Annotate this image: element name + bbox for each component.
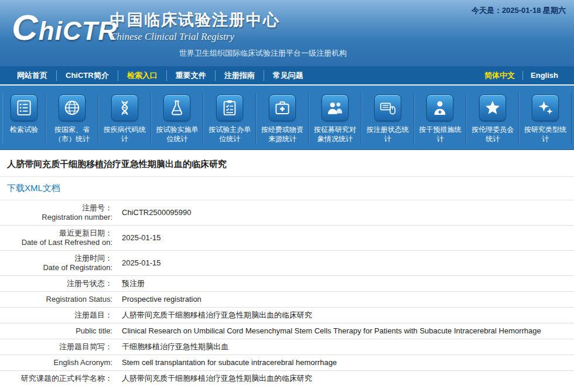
- row-label: 最近更新日期： Date of Last Refreshed on:: [0, 226, 117, 251]
- toolbar-item-label: 按干预措施统计: [416, 125, 464, 144]
- row-value: 人脐带间充质干细胞移植治疗亚急性期脑出血的临床研究: [117, 308, 574, 323]
- toolbar-item-stats-by-disease-code[interactable]: 按疾病代码统计: [98, 93, 151, 144]
- download-xml-link[interactable]: 下载XML文档: [7, 183, 60, 193]
- toolbar-item-stats-by-ethics-committee[interactable]: 按伦理委员会统计: [466, 93, 519, 144]
- logo-text: ChiCTR: [12, 9, 117, 46]
- site-titles: 中国临床试验注册中心 Chinese Clinical Trial Regist…: [110, 9, 347, 59]
- date-display: 今天是：2025-01-18 星期六: [472, 5, 566, 16]
- row-label-cn: 最近更新日期：: [5, 229, 112, 238]
- flask-icon: [163, 94, 190, 121]
- medical-kit-icon: [269, 94, 296, 121]
- toolbar-item-label: 按研究类型统计: [521, 125, 569, 144]
- nav-item-search-entry[interactable]: 检索入口: [118, 70, 166, 81]
- toolbar-item-label: 按疾病代码统计: [101, 125, 149, 144]
- dna-icon: [111, 94, 138, 121]
- toolbar-item-stats-by-funding-source[interactable]: 按经费或物资来源统计: [256, 93, 309, 144]
- lang-simplified-chinese[interactable]: 简体中文: [477, 70, 522, 81]
- toolbar-item-stats-by-region[interactable]: 按国家、省（市）统计: [46, 93, 98, 144]
- row-label: Public title:: [0, 323, 117, 339]
- table-row-registration-status-en: Registration Status: Prospective registr…: [0, 292, 574, 308]
- row-value: ChiCTR2500095990: [117, 200, 574, 226]
- toolbar-item-stats-by-sponsor-unit[interactable]: 按试验主办单位统计: [203, 93, 256, 144]
- toolbar-item-label: 按注册状态统计: [364, 125, 412, 144]
- table-row-registration-status-cn: 注册号状态： 预注册: [0, 276, 574, 292]
- row-value: Stem cell transplantation for subacute i…: [117, 355, 574, 371]
- row-label-en: Date of Registration:: [5, 263, 112, 272]
- toolbar-item-stats-by-recruitment-status[interactable]: 按征募研究对象情况统计: [309, 93, 361, 144]
- row-label: 注册时间： Date of Registration:: [0, 251, 117, 276]
- row-value: 人脐带间充质干细胞移植治疗亚急性期脑出血的临床研究: [117, 371, 574, 387]
- table-row-date-of-registration: 注册时间： Date of Registration: 2025-01-15: [0, 251, 574, 276]
- lang-english[interactable]: English: [522, 71, 566, 80]
- numbered-list-icon: [11, 94, 37, 121]
- row-label: 注册题目：: [0, 308, 117, 323]
- row-label-en: Date of Last Refreshed on:: [5, 238, 112, 247]
- table-row-acronym-cn: 注册题目简写： 干细胞移植治疗亚急性期脑出血: [0, 339, 574, 355]
- row-label: 注册号： Registration number:: [0, 200, 117, 226]
- table-row-public-title-en: Public title: Clinical Research on Umbil…: [0, 323, 574, 339]
- toolbar-item-label: 检索试验: [10, 125, 38, 134]
- clipboard-check-icon: [216, 94, 243, 121]
- toolbar-item-label: 按试验实施单位统计: [153, 125, 201, 144]
- table-row-acronym-en: English Acronym: Stem cell transplantati…: [0, 355, 574, 371]
- table-row-scientific-title-cn: 研究课题的正式科学名称： 人脐带间充质干细胞移植治疗亚急性期脑出血的临床研究: [0, 371, 574, 387]
- nav-item-registration-guide[interactable]: 注册指南: [215, 70, 264, 81]
- page-title: 人脐带间充质干细胞移植治疗亚急性期脑出血的临床研究: [0, 150, 574, 177]
- toolbar-item-label: 按征募研究对象情况统计: [311, 125, 359, 144]
- site-subtitle: 世界卫生组织国际临床试验注册平台一级注册机构: [110, 48, 347, 59]
- row-value: Prospective registration: [117, 292, 574, 308]
- globe-icon: [59, 94, 86, 121]
- registration-info-table: 注册号： Registration number: ChiCTR25000959…: [0, 200, 574, 386]
- table-row-public-title-cn: 注册题目： 人脐带间充质干细胞移植治疗亚急性期脑出血的临床研究: [0, 308, 574, 323]
- sparkles-icon: [532, 94, 559, 121]
- row-value: 预注册: [117, 276, 574, 292]
- row-label-en: Registration number:: [5, 213, 112, 222]
- chictr-logo[interactable]: ChiCTR: [12, 9, 117, 46]
- row-label: 注册号状态：: [0, 276, 117, 292]
- doctor-icon: [426, 94, 453, 121]
- row-label: English Acronym:: [0, 355, 117, 371]
- row-value: 2025-01-15: [117, 251, 574, 276]
- toolbar-item-label: 按经费或物资来源统计: [258, 125, 306, 144]
- keyboard-mouse-icon: [374, 94, 401, 121]
- site-header: 今天是：2025-01-18 星期六 ChiCTR 中国临床试验注册中心 Chi…: [0, 0, 574, 66]
- download-row: 下载XML文档: [0, 177, 574, 200]
- main-content: 人脐带间充质干细胞移植治疗亚急性期脑出血的临床研究 下载XML文档 注册号： R…: [0, 150, 574, 386]
- nav-item-faq[interactable]: 常见问题: [264, 70, 312, 81]
- nav-item-home[interactable]: 网站首页: [8, 70, 56, 81]
- toolbar-item-stats-by-registration-status[interactable]: 按注册状态统计: [361, 93, 414, 144]
- row-value: Clinical Research on Umbilical Cord Mese…: [117, 323, 574, 339]
- row-value: 干细胞移植治疗亚急性期脑出血: [117, 339, 574, 355]
- site-title-english: Chinese Clinical Trial Registry: [110, 31, 347, 43]
- toolbar-item-stats-by-implementing-unit[interactable]: 按试验实施单位统计: [151, 93, 204, 144]
- row-value: 2025-01-15: [117, 226, 574, 251]
- toolbar-item-label: 按国家、省（市）统计: [48, 125, 96, 144]
- table-row-last-refreshed: 最近更新日期： Date of Last Refreshed on: 2025-…: [0, 226, 574, 251]
- statistics-toolbar: 检索试验 按国家、省（市）统计 按疾病代码统计: [0, 84, 574, 150]
- toolbar-item-stats-by-study-type[interactable]: 按研究类型统计: [519, 93, 572, 144]
- toolbar-item-search-trials[interactable]: 检索试验: [2, 93, 46, 144]
- site-title-chinese: 中国临床试验注册中心: [110, 9, 347, 30]
- row-label-cn: 注册号：: [5, 203, 112, 213]
- row-label-cn: 注册时间：: [5, 254, 112, 263]
- toolbar-item-stats-by-intervention[interactable]: 按干预措施统计: [414, 93, 467, 144]
- main-nav: 网站首页 ChiCTR简介 检索入口 重要文件 注册指南 常见问题 简体中文 E…: [0, 66, 574, 84]
- nav-item-about[interactable]: ChiCTR简介: [56, 70, 118, 81]
- row-label: 研究课题的正式科学名称：: [0, 371, 117, 387]
- language-switcher: 简体中文 English: [477, 70, 566, 81]
- row-label: 注册题目简写：: [0, 339, 117, 355]
- toolbar-item-label: 按伦理委员会统计: [469, 125, 517, 144]
- row-label: Registration Status:: [0, 292, 117, 308]
- table-row-registration-number: 注册号： Registration number: ChiCTR25000959…: [0, 200, 574, 226]
- star-icon: [479, 94, 506, 121]
- people-icon: [322, 94, 348, 121]
- nav-item-important-documents[interactable]: 重要文件: [166, 70, 215, 81]
- toolbar-item-label: 按试验主办单位统计: [206, 125, 254, 144]
